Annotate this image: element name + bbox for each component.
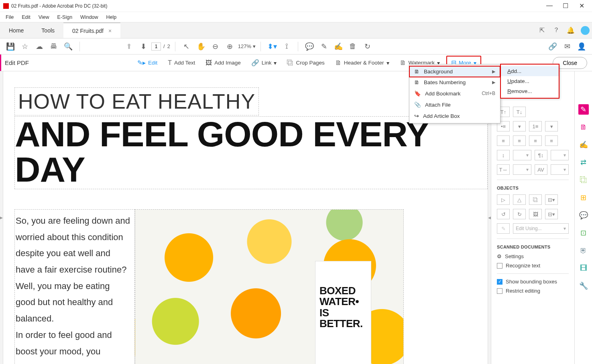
para-spacing[interactable]: ¶↕ (535, 150, 547, 160)
zoom-out-icon[interactable]: ⊖ (209, 40, 222, 53)
link-share-icon[interactable]: 🔗 (546, 40, 559, 53)
dropdown-article[interactable]: ↪Add Article Box (409, 110, 500, 121)
dropdown-bates[interactable]: 🗎Bates Numbering▶ (409, 77, 500, 88)
page-up-icon[interactable]: ⬆ (122, 40, 135, 53)
tab-close-icon[interactable]: × (108, 28, 112, 34)
dropdown-attach[interactable]: 📎Attach File (409, 99, 500, 110)
maximize-button[interactable]: ☐ (561, 2, 570, 10)
tab-tools[interactable]: Tools (33, 22, 63, 38)
sign-sidestrip-icon[interactable]: ✍ (578, 140, 589, 150)
show-bounding-checkbox[interactable]: ✓Show bounding boxes (497, 279, 569, 285)
flip-h-icon[interactable]: ▷ (497, 194, 510, 205)
crop-obj-icon[interactable]: ⿻ (529, 194, 542, 205)
fit-width-icon[interactable]: ⬍▾ (266, 40, 279, 53)
organize-icon[interactable]: ⿻ (578, 175, 589, 185)
align-right[interactable]: ≡ (529, 135, 542, 146)
read-mode-icon[interactable]: ⟟ (280, 40, 293, 53)
tab-home[interactable]: Home (0, 22, 33, 38)
font-size-smaller[interactable]: T↓ (513, 107, 526, 117)
protect-icon[interactable]: ⛨ (578, 245, 589, 256)
help-icon[interactable]: ？ (552, 26, 561, 35)
cloud-upload-icon[interactable]: ☁ (33, 40, 46, 53)
add-text-tool[interactable]: TAdd Text (164, 57, 199, 69)
page-current-input[interactable] (151, 42, 161, 51)
close-window-button[interactable]: ✕ (578, 2, 586, 10)
rich-media-icon[interactable]: 🎞 (578, 263, 589, 273)
list-number[interactable]: 1≡ (529, 121, 542, 131)
rotate-icon[interactable]: ↻ (361, 40, 374, 53)
delete-icon[interactable]: 🗑 (346, 40, 359, 53)
add-image-tool[interactable]: 🖼Add Image (201, 57, 244, 69)
align-left[interactable]: ≡ (497, 135, 510, 146)
heading-box-1[interactable]: HOW TO EAT HEALTHY (14, 87, 259, 115)
pointer-icon[interactable]: ↖ (180, 40, 193, 53)
list-bullet-dd[interactable]: ▾ (513, 121, 526, 131)
dropdown-bookmark[interactable]: 🔖Add BookmarkCtrl+B (409, 88, 500, 99)
hand-icon[interactable]: ✋ (195, 40, 208, 53)
menu-esign[interactable]: E-Sign (53, 13, 77, 22)
minimize-button[interactable]: — (545, 2, 553, 10)
scan-icon[interactable]: ⊡ (578, 228, 589, 238)
combine-icon[interactable]: ⊞ (578, 192, 589, 203)
attach-icon: 📎 (414, 101, 421, 108)
menu-edit[interactable]: Edit (18, 13, 35, 22)
heading-box-2[interactable]: AND FEEL GOOD EVERY DAY (14, 116, 488, 189)
page-down-icon[interactable]: ⬇ (137, 40, 150, 53)
submenu-remove[interactable]: Remove... (501, 86, 559, 96)
zoom-level[interactable]: 127% ▾ (238, 43, 256, 49)
align-justify[interactable]: ≡ (545, 135, 558, 146)
arrange-icon[interactable]: ⊟▾ (545, 209, 558, 219)
menu-file[interactable]: File (2, 13, 18, 22)
header-footer-tool[interactable]: 🗎Header & Footer ▾ (331, 57, 393, 69)
fruits-image[interactable]: BOXED WATER• IS BETTER. (135, 209, 404, 364)
edit-pdf-sidestrip-icon[interactable]: ✎ (578, 104, 589, 115)
notifications-icon[interactable]: 🔔 (566, 26, 575, 35)
avatar[interactable] (581, 26, 590, 35)
menu-view[interactable]: View (35, 13, 53, 22)
submenu-add[interactable]: Add... (501, 66, 559, 76)
horizontal-scale[interactable]: T↔ (497, 164, 510, 175)
find-icon[interactable]: 🔍 (62, 40, 75, 53)
highlight-icon[interactable]: ✎ (317, 40, 330, 53)
edit-using-combo[interactable]: Edit Using...▾ (513, 223, 569, 234)
replace-img-icon[interactable]: 🖼 (529, 209, 542, 219)
flip-v-icon[interactable]: △ (513, 194, 526, 205)
star-icon[interactable]: ☆ (18, 40, 31, 53)
rotate-cw-icon[interactable]: ↻ (513, 209, 526, 219)
align-center[interactable]: ≡ (513, 135, 526, 146)
tab-document[interactable]: 02 Fruits.pdf × (63, 22, 120, 38)
link-tool[interactable]: 🔗Link ▾ (247, 57, 281, 69)
comment-sidestrip-icon[interactable]: 💬 (578, 210, 589, 220)
dropdown-background[interactable]: 🗎Background▶ (409, 66, 500, 77)
body-text-box[interactable]: So, you are feeling down and worried abo… (14, 209, 135, 364)
char-spacing[interactable]: AV (535, 164, 547, 175)
crop-tool[interactable]: ⿻Crop Pages (283, 57, 328, 69)
submenu-update[interactable]: Update... (501, 76, 559, 86)
para-spacing-combo[interactable]: ▾ (551, 150, 569, 160)
sign-icon[interactable]: ✍ (332, 40, 345, 53)
export-pdf-icon[interactable]: ⇄ (578, 157, 589, 168)
people-icon[interactable]: 👤 (575, 40, 588, 53)
cspace-combo[interactable]: ▾ (551, 164, 569, 175)
edit-tool[interactable]: ✎▸Edit (133, 57, 161, 69)
email-icon[interactable]: ✉ (561, 40, 574, 53)
restrict-editing-checkbox[interactable]: Restrict editing (497, 288, 569, 294)
line-spacing-combo[interactable]: ▾ (513, 150, 531, 160)
print-icon[interactable]: 🖶 (47, 40, 60, 53)
more-tools-icon[interactable]: 🔧 (578, 281, 589, 291)
left-gutter[interactable]: ▶ (0, 71, 3, 364)
comment-icon[interactable]: 💬 (303, 40, 316, 53)
menu-help[interactable]: Help (102, 13, 121, 22)
hscale-combo[interactable]: ▾ (513, 164, 531, 175)
menu-window[interactable]: Window (76, 13, 102, 22)
zoom-in-icon[interactable]: ⊕ (224, 40, 236, 53)
list-number-dd[interactable]: ▾ (545, 121, 558, 131)
rotate-ccw-icon[interactable]: ↺ (497, 209, 510, 219)
settings-row[interactable]: ⚙Settings (497, 253, 569, 259)
align-obj-icon[interactable]: ⊟▾ (545, 194, 558, 205)
recognize-text-checkbox[interactable]: Recognize text (497, 263, 569, 269)
save-icon[interactable]: 💾 (4, 40, 17, 53)
share-screen-icon[interactable]: ⇱ (537, 26, 546, 35)
create-pdf-icon[interactable]: 🗎 (578, 122, 589, 132)
line-spacing[interactable]: ↕ (497, 150, 510, 160)
